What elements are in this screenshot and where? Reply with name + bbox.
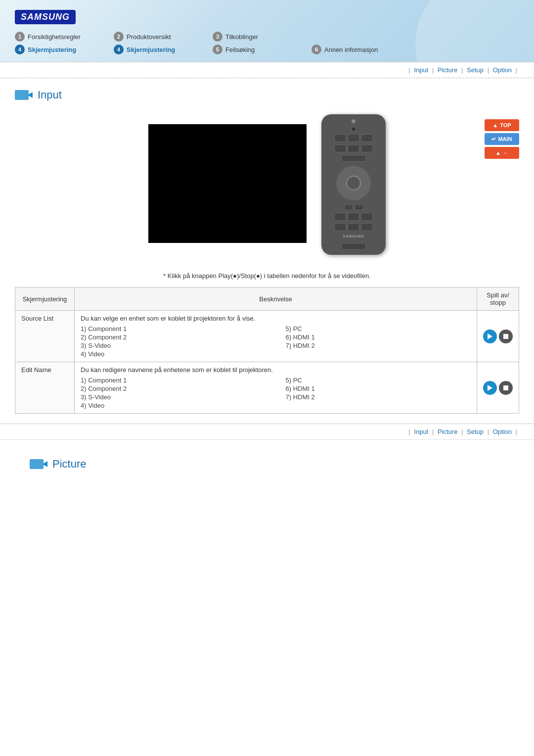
- source-list-items: 1) Component 1 5) PC 2) Component 2 6) H…: [81, 325, 471, 358]
- remote-btn-7[interactable]: [334, 213, 346, 221]
- remote-btn-sm-1[interactable]: [344, 204, 353, 210]
- remote-btn-wide-2[interactable]: [341, 243, 366, 250]
- remote-btn-4[interactable]: [334, 144, 346, 152]
- edit-item-5: 5) PC: [286, 377, 471, 384]
- main-button[interactable]: ↵ MAIN: [485, 133, 519, 145]
- edit-item-6: 6) HDMI 1: [286, 385, 471, 392]
- remote-btn-3[interactable]: [361, 134, 373, 142]
- col-header-1: Skjermjustering: [15, 287, 75, 311]
- nav-label-6: Annen informasjon: [324, 46, 378, 53]
- play-button-1[interactable]: [483, 330, 497, 343]
- nav-item-4[interactable]: 4 Skjermjustering: [114, 45, 213, 54]
- picture-section-title: Picture: [52, 458, 86, 471]
- edit-item-3: 3) S-Video: [81, 393, 266, 401]
- bot-sep1: |: [408, 428, 410, 435]
- remote-ok-btn[interactable]: [346, 176, 361, 190]
- edit-item-7: 7) HDMI 2: [286, 393, 471, 401]
- remote-row-4: [344, 204, 363, 210]
- nav-label-5: Feilsøking: [225, 46, 255, 53]
- top-button[interactable]: ▲ TOP: [485, 119, 519, 131]
- remote-row-2: [334, 144, 373, 152]
- nav-link-picture[interactable]: Picture: [438, 66, 457, 74]
- edit-name-actions: [477, 362, 519, 414]
- nav-label-2: Produktoversikt: [127, 33, 171, 41]
- main-label: MAIN: [498, 136, 512, 142]
- source-item-5: 5) PC: [286, 325, 471, 332]
- svg-rect-0: [15, 90, 29, 100]
- source-list-actions: [477, 311, 519, 362]
- source-item-4: 4) Video: [81, 350, 266, 358]
- remote-btn-2[interactable]: [348, 134, 359, 142]
- edit-item-4: 4) Video: [81, 402, 266, 409]
- nav-link-setup[interactable]: Setup: [467, 66, 484, 74]
- top-nav-bar: | Input | Picture | Setup | Option |: [0, 62, 534, 78]
- remote-btn-9[interactable]: [361, 213, 373, 221]
- remote-btn-8[interactable]: [348, 213, 359, 221]
- bot-nav-link-option[interactable]: Option: [493, 428, 512, 435]
- remote-row-3: [341, 155, 366, 162]
- nav-num-sidebar: 4: [15, 45, 25, 54]
- remote-btn-5[interactable]: [348, 144, 359, 152]
- input-section-title: Input: [38, 89, 62, 101]
- nav-num-6: 6: [312, 45, 321, 54]
- remote-btn-6[interactable]: [361, 144, 373, 152]
- samsung-logo: SAMSUNG: [15, 10, 76, 24]
- page-header: SAMSUNG 1 Forsiktighetsregler 2 Produkto…: [0, 0, 534, 62]
- top-icon: ▲: [492, 122, 498, 128]
- remote-btn-1[interactable]: [334, 134, 346, 142]
- edit-name-items: 1) Component 1 5) PC 2) Component 2 6) H…: [81, 377, 471, 409]
- nav-link-option[interactable]: Option: [493, 66, 512, 74]
- nav-link-input[interactable]: Input: [414, 66, 428, 74]
- main-icon: ↵: [491, 136, 496, 142]
- svg-rect-3: [503, 334, 508, 339]
- remote-btn-10[interactable]: [334, 223, 346, 231]
- remote-led: [351, 127, 356, 132]
- bot-sep4: |: [488, 428, 489, 435]
- table-row-edit-name: Edit Name Du kan redigere navnene på enh…: [15, 362, 519, 414]
- source-item-1: 1) Component 1: [81, 325, 266, 332]
- remote-dpad[interactable]: [336, 166, 371, 200]
- remote-btn-12[interactable]: [361, 223, 373, 231]
- nav-item-5[interactable]: 5 Feilsøking: [213, 45, 312, 54]
- nav-item-1[interactable]: 1 Forsiktighetsregler: [15, 32, 114, 42]
- top-label: TOP: [500, 122, 511, 128]
- nav-label-3: Tilkoblinger: [225, 33, 258, 41]
- nav-item-sidebar[interactable]: 4 Skjermjustering: [15, 45, 114, 54]
- nav-item-6[interactable]: 6 Annen informasjon: [312, 45, 410, 54]
- bot-nav-link-setup[interactable]: Setup: [467, 428, 484, 435]
- source-list-label: Source List: [15, 311, 75, 362]
- play-stop-row1: [483, 330, 513, 343]
- source-item-6: 6) HDMI 1: [286, 333, 471, 341]
- sep3: |: [461, 66, 463, 74]
- nav-item-2[interactable]: 2 Produktoversikt: [114, 32, 213, 42]
- prev-button[interactable]: ▲ ←: [485, 147, 519, 159]
- remote-control: SAMSUNG: [321, 114, 386, 255]
- remote-logo: SAMSUNG: [343, 235, 364, 238]
- source-list-description: Du kan velge en enhet som er koblet til …: [81, 315, 471, 322]
- stop-button-1[interactable]: [499, 330, 513, 343]
- bot-nav-link-input[interactable]: Input: [414, 428, 428, 435]
- svg-rect-6: [30, 459, 44, 469]
- col-header-2: Beskrivelse: [75, 287, 477, 311]
- nav-item-3[interactable]: 3 Tilkoblinger: [213, 32, 312, 42]
- prev-icon: ▲: [495, 150, 501, 156]
- sep4: |: [488, 66, 489, 74]
- remote-btn-sm-2[interactable]: [355, 204, 363, 210]
- source-item-7: 7) HDMI 2: [286, 342, 471, 349]
- remote-btn-wide-1[interactable]: [341, 155, 366, 162]
- picture-section-header: Picture: [15, 447, 519, 478]
- svg-marker-2: [488, 333, 492, 339]
- side-navigation: ▲ TOP ↵ MAIN ▲ ←: [485, 119, 519, 159]
- remote-row-5: [334, 213, 373, 221]
- play-button-2[interactable]: [483, 381, 497, 395]
- remote-btn-11[interactable]: [348, 223, 359, 231]
- table-row-source-list: Source List Du kan velge en enhet som er…: [15, 311, 519, 362]
- sep2: |: [432, 66, 434, 74]
- source-item-2: 2) Component 2: [81, 333, 266, 341]
- stop-button-2[interactable]: [499, 381, 513, 395]
- input-table: Skjermjustering Beskrivelse Spill av/ st…: [15, 287, 519, 414]
- bot-nav-link-picture[interactable]: Picture: [438, 428, 457, 435]
- nav-num-1: 1: [15, 32, 25, 42]
- source-list-desc: Du kan velge en enhet som er koblet til …: [75, 311, 477, 362]
- remote-row-6: [334, 223, 373, 231]
